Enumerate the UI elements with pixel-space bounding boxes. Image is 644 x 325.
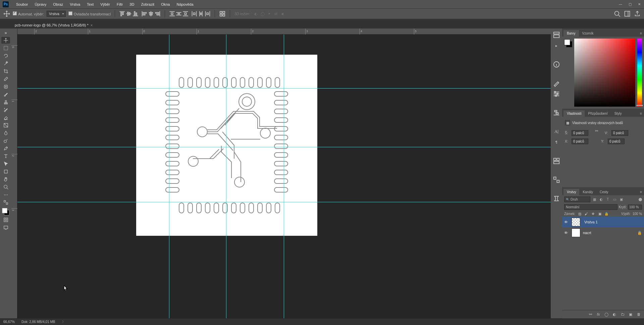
new-group-icon[interactable]: 🗀 — [620, 312, 625, 317]
tool-dodge[interactable] — [1, 137, 10, 144]
menu-select[interactable]: Výběr — [97, 0, 113, 8]
align-hcenter-icon[interactable] — [148, 11, 154, 17]
color-picker-field[interactable] — [574, 39, 635, 107]
properties-panel-menu-icon[interactable]: ≡ — [638, 110, 644, 117]
lock-all-icon[interactable]: 🔒 — [604, 211, 609, 216]
tool-type[interactable] — [1, 153, 10, 159]
menu-filter[interactable]: Filtr — [113, 0, 126, 8]
quickmask-icon[interactable] — [1, 216, 10, 223]
fill-value[interactable]: 100 % — [633, 212, 642, 216]
character-panel-icon[interactable]: A| — [553, 128, 560, 135]
tool-shape[interactable] — [1, 168, 10, 175]
height-input[interactable] — [611, 130, 628, 136]
layer-name[interactable]: Vrstva 1 — [584, 220, 598, 224]
menu-edit[interactable]: Úpravy — [31, 0, 50, 8]
filter-shape-icon[interactable]: ▭ — [612, 197, 617, 202]
screenmode-icon[interactable] — [1, 224, 10, 231]
link-wh-icon[interactable]: ⚯ — [595, 129, 598, 137]
zoom-level[interactable]: 66,67% — [3, 320, 15, 324]
info-panel-icon[interactable] — [553, 61, 560, 68]
layer-filter-kind[interactable]: Druh — [564, 197, 590, 202]
auto-select-dropdown[interactable]: Vrstva — [47, 11, 66, 17]
blend-mode-dropdown[interactable]: Normální — [564, 204, 618, 210]
layer-row[interactable]: 👁 nacrt 🔒 — [562, 227, 644, 238]
brushes-panel-icon[interactable] — [553, 79, 560, 87]
lock-artboard-icon[interactable]: ▣ — [597, 211, 602, 216]
more-align-icon[interactable] — [219, 10, 226, 17]
lock-transparent-icon[interactable]: ▨ — [577, 211, 582, 216]
comments-panel-icon[interactable] — [553, 176, 560, 183]
y-input[interactable] — [608, 139, 625, 144]
paragraph-panel-icon[interactable]: ¶ — [553, 139, 560, 146]
tool-history-brush[interactable] — [1, 106, 10, 113]
menu-image[interactable]: Obraz — [50, 0, 66, 8]
workspace-switcher-icon[interactable] — [624, 10, 631, 17]
tool-pen[interactable] — [1, 145, 10, 152]
tool-eraser[interactable] — [1, 114, 10, 121]
tool-marquee[interactable] — [1, 45, 10, 51]
tool-move[interactable] — [1, 37, 10, 44]
history-panel-icon[interactable] — [553, 31, 560, 39]
status-arrow-icon[interactable]: 〉 — [62, 320, 65, 324]
menu-3d[interactable]: 3D — [126, 0, 138, 8]
tool-stamp[interactable] — [1, 99, 10, 105]
filter-pixel-icon[interactable]: ▦ — [592, 197, 597, 202]
canvas-area[interactable]: 0123 21012345 — [11, 29, 551, 318]
learn-panel-icon[interactable] — [553, 195, 560, 202]
auto-select-check[interactable]: Automat. výběr: — [13, 11, 44, 16]
adjustment-layer-icon[interactable]: ◐ — [612, 312, 617, 317]
close-tab-icon[interactable]: × — [91, 23, 93, 27]
filter-smart-icon[interactable]: ▣ — [619, 197, 624, 202]
align-left-icon[interactable] — [141, 11, 147, 17]
tab-swatches[interactable]: Vzorník — [579, 30, 597, 37]
align-top-icon[interactable] — [119, 11, 125, 17]
color-panel-menu-icon[interactable]: ≡ — [638, 30, 644, 37]
distribute-left-icon[interactable] — [191, 11, 197, 17]
tool-edit-toolbar[interactable] — [1, 199, 10, 206]
actions-panel-icon[interactable]: ▸ — [553, 42, 560, 49]
minimize-button[interactable]: — — [616, 1, 625, 8]
distribute-top-icon[interactable] — [169, 11, 175, 17]
layers-panel-menu-icon[interactable]: ≡ — [638, 188, 644, 195]
tab-styles[interactable]: Styly — [611, 110, 625, 117]
ruler-vertical[interactable]: 0123 — [11, 29, 17, 318]
tool-blur[interactable] — [1, 129, 10, 136]
brush-settings-icon[interactable] — [553, 90, 560, 98]
x-input[interactable] — [572, 139, 588, 144]
tab-layers[interactable]: Vrstvy — [564, 189, 579, 195]
layer-thumbnail[interactable] — [572, 218, 580, 226]
tab-paths[interactable]: Cesty — [596, 189, 612, 195]
align-right-icon[interactable] — [155, 11, 161, 17]
search-icon[interactable] — [614, 10, 621, 17]
delete-layer-icon[interactable]: 🗑 — [636, 312, 641, 317]
link-layers-icon[interactable]: ⚯ — [588, 312, 593, 317]
share-icon[interactable] — [634, 10, 641, 17]
maximize-button[interactable]: ▢ — [625, 1, 635, 8]
menu-window[interactable]: Okna — [158, 0, 173, 8]
tool-lasso[interactable] — [1, 52, 10, 59]
tool-hand[interactable] — [1, 176, 10, 182]
distribute-bottom-icon[interactable] — [182, 11, 189, 17]
filter-toggle[interactable] — [639, 198, 642, 201]
distribute-hcenter-icon[interactable] — [198, 11, 204, 17]
filter-type-icon[interactable]: T — [605, 197, 610, 202]
tool-artboard[interactable]: » — [1, 29, 10, 36]
layer-thumbnail[interactable] — [572, 228, 580, 237]
hue-slider[interactable] — [637, 39, 642, 107]
new-layer-icon[interactable]: ▣ — [628, 312, 633, 317]
libraries-panel-icon[interactable] — [553, 157, 560, 165]
doc-size[interactable]: Dok: 2,86 MB/4,01 MB — [21, 320, 55, 324]
tool-path-select[interactable] — [1, 160, 10, 167]
canvas-stage[interactable] — [17, 35, 551, 318]
tab-properties[interactable]: Vlastnosti — [564, 110, 585, 117]
layer-name[interactable]: nacrt — [583, 231, 591, 235]
menu-layer[interactable]: Vrstva — [66, 0, 84, 8]
visibility-icon[interactable]: 👁 — [564, 220, 569, 224]
tool-brush[interactable] — [1, 91, 10, 98]
lock-position-icon[interactable]: ✥ — [591, 211, 595, 216]
tool-zoom[interactable] — [1, 183, 10, 190]
clone-source-icon[interactable] — [553, 109, 560, 116]
close-button[interactable]: ✕ — [635, 1, 644, 8]
tool-crop[interactable] — [1, 68, 10, 74]
menu-view[interactable]: Zobrazit — [138, 0, 158, 8]
